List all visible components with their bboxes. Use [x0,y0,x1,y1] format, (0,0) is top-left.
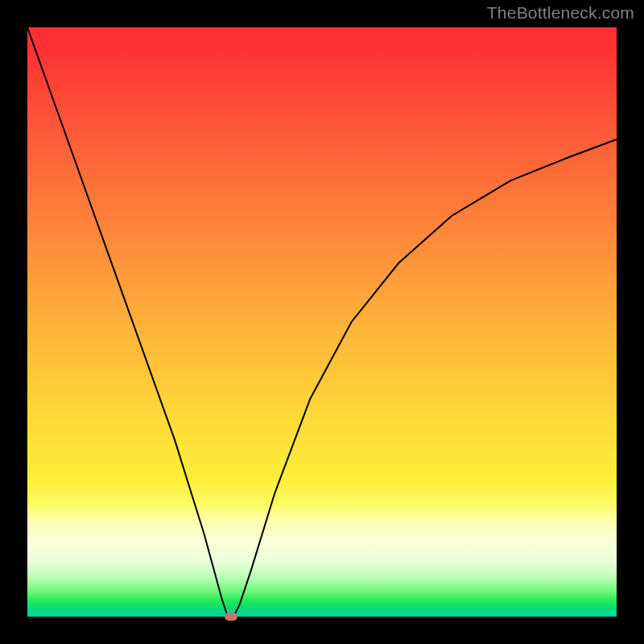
curve-path [27,27,617,617]
minimum-marker [225,613,237,621]
plot-area [27,27,617,617]
chart-frame: TheBottleneck.com [0,0,644,644]
watermark-text: TheBottleneck.com [487,3,634,23]
bottleneck-curve [27,27,617,617]
